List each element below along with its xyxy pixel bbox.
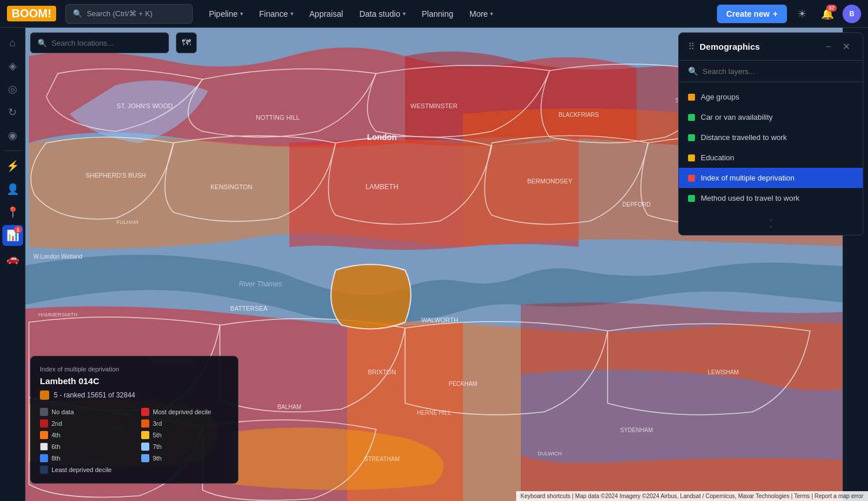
demographics-panel: ⠿ Demographics − ✕ 🔍 Age groups Car or v… [678,32,863,235]
drag-handle: ⁚ [679,213,863,235]
legend-swatch [40,443,48,451]
demographics-close-button[interactable]: ✕ [839,40,854,53]
location-search-container: 🔍 Search locations... 🗺 [30,32,197,53]
svg-text:DULWICH: DULWICH [538,451,561,456]
layer-color-indicator [688,134,695,141]
sidebar-item-pin[interactable]: 📍 [2,202,23,223]
person-icon: 👤 [6,183,19,196]
svg-text:DEPFORD: DEPFORD [623,201,651,208]
nav-planning[interactable]: Planning [415,6,461,22]
legend-rank: 5 - ranked 15651 of 32844 [40,391,229,400]
layer-color-indicator [688,195,695,202]
legend-category: Index of multiple deprivation [40,366,229,373]
create-new-button[interactable]: Create new + [717,5,787,23]
sidebar-item-car[interactable]: 🚗 [2,248,23,269]
search-icon: 🔍 [38,39,47,47]
demographics-search[interactable]: 🔍 [679,61,863,82]
plus-icon: + [773,9,778,19]
demographics-layer-car-availability[interactable]: Car or van availability [679,107,863,127]
target-icon: ◎ [8,83,17,95]
legend-swatch [40,408,48,416]
chevron-down-icon: ▾ [403,10,406,17]
layer-color-indicator [688,154,695,161]
svg-text:NOTTING HILL: NOTTING HILL [256,114,300,121]
legend-swatch [40,419,48,428]
notification-badge: 37 [826,5,837,12]
location-search-placeholder: Search locations... [52,39,113,47]
demographics-minimize-button[interactable]: − [822,40,834,53]
demographics-icon: ⠿ [688,41,695,52]
legend-area: Lambeth 014C [40,376,229,386]
search-placeholder: Search (Ctrl/⌘ + K) [87,9,153,18]
legend-item-9th: 9th [141,454,229,462]
layer-color-indicator [688,175,695,182]
svg-text:LEWISHAM: LEWISHAM [708,369,738,375]
demographics-layer-deprivation[interactable]: Index of multiple deprivation [679,168,863,188]
sun-icon: ☀ [797,8,807,20]
svg-text:PECKHAM: PECKHAM [448,381,477,387]
demographics-title: Demographics [700,42,818,51]
svg-text:WESTMINSTER: WESTMINSTER [410,102,457,109]
map-legend: Index of multiple deprivation Lambeth 01… [30,356,238,484]
layers-icon: ◈ [9,60,17,72]
legend-item-most-deprived: Most deprived decile [141,408,229,416]
svg-text:SHEPHERD'S BUSH: SHEPHERD'S BUSH [86,172,146,179]
nav-finance[interactable]: Finance ▾ [252,6,300,22]
search-icon: 🔍 [73,9,82,18]
demographics-layer-distance-work[interactable]: Distance travelled to work [679,127,863,148]
sidebar-item-refresh[interactable]: ↻ [2,102,23,123]
nav-data-studio[interactable]: Data studio ▾ [352,6,413,22]
sidebar-divider [5,150,21,151]
chevron-down-icon: ▾ [490,10,493,17]
sidebar-item-layers[interactable]: ◈ [2,56,23,76]
app-logo: BOOM! [7,6,56,21]
svg-text:WALWORTH: WALWORTH [421,316,458,323]
user-avatar[interactable]: B [843,5,861,23]
layer-color-indicator [688,114,695,121]
nav-right-actions: Create new + ☀ 🔔 37 B [717,3,861,24]
legend-rank-label: 5 - ranked 15651 of 32844 [54,391,135,399]
legend-item-5th: 5th [141,431,229,439]
sidebar-item-filter[interactable]: ⚡ [2,156,23,176]
compass-icon: ◉ [8,129,17,142]
demographics-layer-travel-method[interactable]: Method used to travel to work [679,188,863,208]
sidebar-item-target[interactable]: ◎ [2,79,23,100]
layer-label: Education [701,153,734,162]
nav-appraisal[interactable]: Appraisal [303,6,350,22]
svg-text:BRIXTON: BRIXTON [368,369,396,375]
svg-text:BATTERSEA: BATTERSEA [230,305,268,312]
sidebar-item-home[interactable]: ⌂ [2,32,23,53]
demographics-search-input[interactable] [703,67,854,76]
legend-rank-color [40,391,49,400]
nav-more[interactable]: More ▾ [462,6,500,22]
nav-pipeline[interactable]: Pipeline ▾ [202,6,250,22]
layer-label: Distance travelled to work [701,133,787,142]
pin-icon: 📍 [6,206,19,219]
legend-item-7th: 7th [141,443,229,451]
chart-badge: 1 [14,226,21,233]
sidebar-item-chart[interactable]: 📊 1 [2,225,23,246]
svg-text:HERNE HILL: HERNE HILL [417,410,451,416]
map-view-toggle[interactable]: 🗺 [176,32,197,53]
filter-icon: ⚡ [6,160,19,172]
refresh-icon: ↻ [8,106,17,119]
svg-text:ST. JOHN'S WOOD: ST. JOHN'S WOOD [117,102,173,109]
location-search-input[interactable]: 🔍 Search locations... [30,32,169,53]
theme-toggle-button[interactable]: ☀ [792,3,812,24]
global-search[interactable]: 🔍 Search (Ctrl/⌘ + K) [65,4,193,24]
svg-text:KENSINGTON: KENSINGTON [211,183,253,190]
demographics-layer-age-groups[interactable]: Age groups [679,87,863,107]
svg-text:HAMMERSMITH: HAMMERSMITH [38,312,78,318]
layer-label: Car or van availability [701,113,773,121]
map-icon: 🗺 [182,38,191,48]
notifications-button[interactable]: 🔔 37 [817,3,838,24]
sidebar-item-person[interactable]: 👤 [2,179,23,200]
top-navigation: BOOM! 🔍 Search (Ctrl/⌘ + K) Pipeline ▾ F… [0,0,868,28]
demographics-layer-list: Age groups Car or van availability Dista… [679,82,863,213]
demographics-layer-education[interactable]: Education [679,148,863,168]
legend-swatch [40,454,48,462]
legend-swatch [141,454,149,462]
svg-text:BLACKFRIARS: BLACKFRIARS [558,112,599,118]
sidebar-item-compass[interactable]: ◉ [2,125,23,146]
legend-swatch [141,419,149,428]
